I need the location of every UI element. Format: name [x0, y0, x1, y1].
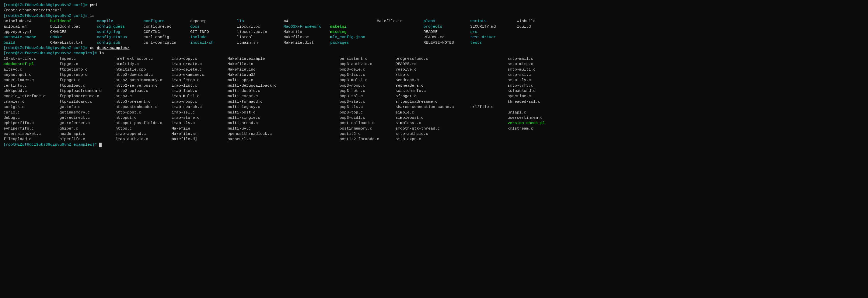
ls1-cmd: ls: [88, 13, 95, 18]
ls-row-3: appveyor.yml CHANGES config.log COPYING …: [3, 29, 865, 35]
ex-row-3: altsvc.c ftpgetinfo.c htmltitle.cpp imap…: [3, 67, 865, 72]
ex-row-13: ephiperfifo.c getreferrer.c httpput-post…: [3, 120, 865, 126]
prompt-final: [root@iZuf6dcz9uks38gipvu9vhZ examples]#: [3, 142, 97, 147]
ex-row-12: debug.c getredirect.c httpput.c imap-sto…: [3, 115, 865, 120]
prompt-1: [root@iZuf6dcz9uks38gipvu9vhZ curl]#: [3, 3, 88, 7]
final-space: [97, 142, 99, 147]
ex-row-9: crawler.c ftp-wildcard.c http3-present.c…: [3, 99, 865, 105]
cd-command-line: [root@iZuf6dcz9uks38gipvu9vhZ curl]# cd …: [3, 46, 865, 51]
terminal-window: [root@iZuf6dcz9uks38gipvu9vhZ curl]# pwd…: [3, 2, 865, 147]
final-prompt-line: [root@iZuf6dcz9uks38gipvu9vhZ examples]#: [3, 142, 865, 147]
ex-row-2: adddocsref.pl ftpget.c htmltidy.c imap-c…: [3, 61, 865, 67]
ex-row-14: evhiperfifo.c ghiper.c https.c Makefile …: [3, 126, 865, 131]
ex-row-8: cookie_interface.c ftpuploadresume.c htt…: [3, 94, 865, 99]
ex-row-15: externalsocket.c headerapi.c imap-append…: [3, 131, 865, 137]
ex-row-5: cacertinmem.c ftpsget.c http2-pushinmemo…: [3, 78, 865, 83]
ls-row-1: acinclude.m4 buildconf compile configure…: [3, 19, 865, 24]
ls-row-4: autom4te.cache CMake config.status curl-…: [3, 35, 865, 40]
ls-row-2: aclocal.m4 buildconf.bat config.guess co…: [3, 24, 865, 29]
ls1-command-line: [root@iZuf6dcz9uks38gipvu9vhZ curl]# ls: [3, 13, 865, 19]
prompt-3: [root@iZuf6dcz9uks38gipvu9vhZ curl]#: [3, 46, 88, 50]
terminal-cursor: [99, 143, 102, 147]
ex-row-4: anyauthput.c ftpgetresp.c http2-download…: [3, 72, 865, 78]
prompt-2: [root@iZuf6dcz9uks38gipvu9vhZ curl]#: [3, 13, 88, 18]
pwd-cmd: pwd: [88, 3, 97, 7]
cd-cmd: cd: [88, 46, 97, 50]
pwd-command-line: [root@iZuf6dcz9uks38gipvu9vhZ curl]# pwd: [3, 2, 865, 8]
prompt-4: [root@iZuf6dcz9uks38gipvu9vhZ examples]#: [3, 51, 97, 56]
ex-row-6: certinfo.c ftpupload.c http2-serverpush.…: [3, 83, 865, 88]
ls2-cmd: ls: [97, 51, 104, 56]
pwd-output: /root/GithubProjects/curl: [3, 8, 865, 13]
ex-row-16: fileupload.c hiperfifo.c imap-authzid.c …: [3, 137, 865, 142]
ex-row-7: chkspeed.c ftpuploadfrommem.c http2-uplo…: [3, 88, 865, 94]
ls2-command-line: [root@iZuf6dcz9uks38gipvu9vhZ examples]#…: [3, 51, 865, 56]
ex-row-10: curlgtk.c getinfo.c httpcustomheader.c i…: [3, 105, 865, 110]
cd-path: docs/examples/: [97, 46, 129, 50]
ls-row-5: build CMakeLists.txt config.sub curl-con…: [3, 40, 865, 46]
ex-row-1: 10-at-a-time.c fopen.c href_extractor.c …: [3, 56, 865, 61]
ex-row-11: curlx.c getinmemory.c http-post.c imap-s…: [3, 110, 865, 115]
